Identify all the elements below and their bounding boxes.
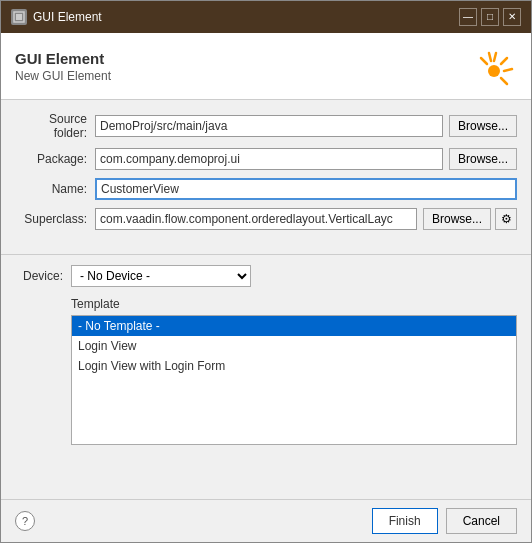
window-icon bbox=[11, 9, 27, 25]
bottom-bar: ? Finish Cancel bbox=[1, 499, 531, 542]
source-folder-row: Source folder: Browse... bbox=[15, 112, 517, 140]
superclass-icon-button[interactable]: ⚙ bbox=[495, 208, 517, 230]
svg-rect-1 bbox=[16, 14, 22, 20]
svg-line-7 bbox=[481, 58, 487, 64]
template-item-login-view[interactable]: Login View bbox=[72, 336, 516, 356]
header-section: GUI Element New GUI Element bbox=[1, 33, 531, 100]
template-label: Template bbox=[71, 297, 517, 311]
form-section: Source folder: Browse... Package: Browse… bbox=[1, 100, 531, 250]
svg-line-6 bbox=[501, 78, 507, 84]
title-bar-left: GUI Element bbox=[11, 9, 102, 25]
window-title: GUI Element bbox=[33, 10, 102, 24]
template-section: Template - No Template - Login View Logi… bbox=[1, 297, 531, 499]
main-window: GUI Element — □ ✕ GUI Element New GUI El… bbox=[0, 0, 532, 543]
window-controls: — □ ✕ bbox=[459, 8, 521, 26]
superclass-browse-button[interactable]: Browse... bbox=[423, 208, 491, 230]
source-folder-browse-button[interactable]: Browse... bbox=[449, 115, 517, 137]
device-label: Device: bbox=[15, 269, 71, 283]
vaadin-logo bbox=[471, 43, 517, 89]
svg-line-8 bbox=[489, 53, 491, 61]
device-section: Device: - No Device - bbox=[1, 259, 531, 297]
device-row: Device: - No Device - bbox=[15, 265, 517, 287]
name-input[interactable] bbox=[95, 178, 517, 200]
name-row: Name: bbox=[15, 178, 517, 200]
close-button[interactable]: ✕ bbox=[503, 8, 521, 26]
svg-point-2 bbox=[488, 65, 500, 77]
gear-icon: ⚙ bbox=[501, 212, 512, 226]
superclass-label: Superclass: bbox=[15, 212, 95, 226]
package-input[interactable] bbox=[95, 148, 443, 170]
title-bar: GUI Element — □ ✕ bbox=[1, 1, 531, 33]
svg-line-3 bbox=[494, 53, 496, 61]
source-folder-input[interactable] bbox=[95, 115, 443, 137]
finish-button[interactable]: Finish bbox=[372, 508, 438, 534]
package-label: Package: bbox=[15, 152, 95, 166]
separator-1 bbox=[1, 254, 531, 255]
package-row: Package: Browse... bbox=[15, 148, 517, 170]
template-item-no-template[interactable]: - No Template - bbox=[72, 316, 516, 336]
template-list: - No Template - Login View Login View wi… bbox=[71, 315, 517, 445]
source-folder-label: Source folder: bbox=[15, 112, 95, 140]
svg-line-4 bbox=[501, 58, 507, 64]
maximize-button[interactable]: □ bbox=[481, 8, 499, 26]
header-title: GUI Element bbox=[15, 50, 111, 67]
template-item-login-view-form[interactable]: Login View with Login Form bbox=[72, 356, 516, 376]
action-buttons: Finish Cancel bbox=[372, 508, 517, 534]
cancel-button[interactable]: Cancel bbox=[446, 508, 517, 534]
svg-line-5 bbox=[504, 69, 512, 71]
package-browse-button[interactable]: Browse... bbox=[449, 148, 517, 170]
superclass-input[interactable] bbox=[95, 208, 417, 230]
header-subtitle: New GUI Element bbox=[15, 69, 111, 83]
superclass-row: Superclass: Browse... ⚙ bbox=[15, 208, 517, 230]
minimize-button[interactable]: — bbox=[459, 8, 477, 26]
help-button[interactable]: ? bbox=[15, 511, 35, 531]
device-select[interactable]: - No Device - bbox=[71, 265, 251, 287]
name-label: Name: bbox=[15, 182, 95, 196]
header-text: GUI Element New GUI Element bbox=[15, 50, 111, 83]
